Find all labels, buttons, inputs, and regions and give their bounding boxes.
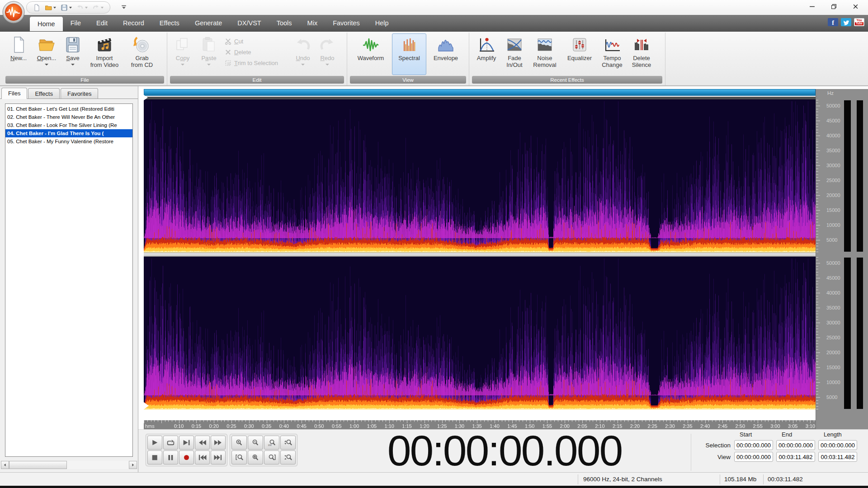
envelope-button[interactable]: Envelope (426, 33, 465, 75)
rewind-button[interactable] (195, 436, 210, 450)
view-end-field[interactable]: 00:03:11.482 (776, 452, 815, 462)
view-length-field[interactable]: 00:03:11.482 (818, 452, 857, 462)
stop-button[interactable] (147, 450, 162, 465)
youtube-icon[interactable]: YouTube (854, 18, 864, 26)
save-button[interactable]: Save (61, 33, 85, 75)
panel-tab-effects[interactable]: Effects (28, 88, 60, 99)
tab-effects[interactable]: Effects (152, 15, 187, 31)
copy-button[interactable]: Copy (170, 33, 196, 75)
tab-generate[interactable]: Generate (187, 15, 230, 31)
playhead-marker-bottom-icon[interactable] (144, 402, 149, 409)
zoom-vertical-in-button[interactable] (280, 436, 296, 450)
scale-tick (816, 281, 818, 282)
small-button-stack: CutDeleteTrim to Selection (222, 33, 291, 66)
ribbon-group-file: New...Open...SaveImportfrom VideoGrabfro… (3, 33, 167, 85)
record-button[interactable] (179, 450, 194, 465)
customize-quick-access-icon[interactable] (121, 4, 127, 10)
file-item[interactable]: 03. Chet Baker - Look For The Silver Lin… (5, 121, 132, 129)
noise-removal-button[interactable]: NoiseRemoval (528, 33, 562, 75)
pause-button[interactable] (163, 450, 178, 465)
zoom-out-button[interactable] (248, 436, 263, 450)
zoom-100-button[interactable]: 100 (264, 436, 279, 450)
new-quick-button[interactable] (33, 4, 40, 11)
spectrogram-channel-2[interactable] (144, 257, 816, 410)
undo-quick-button[interactable] (76, 4, 88, 11)
selection-length-field[interactable]: 00:00:00.000 (818, 440, 857, 450)
tab-tools[interactable]: Tools (269, 15, 300, 31)
playhead-marker-top-icon[interactable] (144, 95, 148, 100)
delete-button[interactable]: Delete (225, 49, 288, 56)
facebook-icon[interactable]: f (828, 18, 838, 26)
scrollbar-track[interactable] (67, 461, 129, 469)
zoom-in-button[interactable] (231, 436, 247, 450)
file-item[interactable]: 01. Chet Baker - Let's Get Lost (Restore… (5, 105, 132, 113)
open-quick-button[interactable] (45, 4, 56, 11)
waveform-button[interactable]: Waveform (349, 33, 392, 75)
scale-tick (816, 112, 818, 112)
selection-start-field[interactable]: 00:00:00.000 (734, 440, 773, 450)
play-button[interactable] (147, 436, 162, 450)
app-logo-icon[interactable] (2, 1, 25, 23)
button-label: NoiseRemoval (533, 55, 556, 68)
redo-button[interactable]: Redo (315, 33, 340, 75)
paste-button[interactable]: Paste (196, 33, 222, 75)
scale-tick (816, 171, 818, 172)
scroll-left-button[interactable] (1, 461, 9, 469)
tab-mix[interactable]: Mix (300, 15, 326, 31)
amplify-button[interactable]: Amplify (472, 33, 501, 75)
redo-quick-button[interactable] (92, 4, 104, 11)
open-button[interactable]: Open... (32, 33, 61, 75)
zoom-selection-start-button[interactable] (231, 450, 247, 465)
file-list[interactable]: 01. Chet Baker - Let's Get Lost (Restore… (5, 103, 133, 457)
fast-forward-button[interactable] (211, 436, 226, 450)
grab-from-cd-button[interactable]: Grabfrom CD (124, 33, 160, 75)
scale-tick (816, 257, 818, 258)
selection-end-field[interactable]: 00:00:00.000 (776, 440, 815, 450)
file-item[interactable]: 04. Chet Baker - I'm Glad There Is You ( (5, 129, 132, 137)
scale-tick (816, 169, 818, 169)
fade-in-out-button[interactable]: FadeIn/Out (501, 33, 528, 75)
tab-favorites[interactable]: Favorites (325, 15, 368, 31)
scrollbar-thumb[interactable] (9, 461, 67, 469)
view-start-field[interactable]: 00:00:00.000 (734, 452, 773, 462)
zoom-selection-button[interactable] (248, 450, 263, 465)
minimize-button[interactable] (801, 0, 823, 14)
loop-button[interactable] (163, 436, 178, 450)
tab-dx-vst[interactable]: DX/VST (230, 15, 269, 31)
file-list-horizontal-scrollbar[interactable] (1, 461, 137, 469)
equalizer-button[interactable]: Equalizer (562, 33, 597, 75)
twitter-icon[interactable] (841, 18, 851, 26)
tab-help[interactable]: Help (368, 15, 396, 31)
mini-new-icon (33, 4, 40, 11)
tab-file[interactable]: File (63, 15, 89, 31)
save-quick-button[interactable] (61, 4, 72, 11)
close-button[interactable] (844, 0, 866, 14)
trim-to-selection-button[interactable]: Trim to Selection (225, 60, 288, 66)
spectral-button[interactable]: Spectral (392, 33, 426, 75)
tab-record[interactable]: Record (115, 15, 152, 31)
file-item[interactable]: 05. Chet Baker - My Funny Valentine (Res… (5, 137, 132, 145)
zoom-vertical-out-button[interactable] (280, 450, 296, 465)
scale-tick (816, 237, 818, 237)
go-to-end-button[interactable] (211, 450, 226, 465)
horizontal-seek-bar[interactable] (144, 89, 816, 96)
spectrogram-channel-1[interactable] (144, 99, 816, 253)
restore-button[interactable] (823, 0, 844, 14)
tempo-change-button[interactable]: TempoChange (597, 33, 627, 75)
panel-tab-files[interactable]: Files (1, 88, 27, 99)
new-button[interactable]: New... (5, 33, 32, 75)
cut-button[interactable]: Cut (225, 38, 288, 45)
go-to-start-button[interactable] (195, 450, 210, 465)
tab-home[interactable]: Home (30, 17, 63, 31)
tab-edit[interactable]: Edit (89, 15, 115, 31)
file-item[interactable]: 02. Chet Baker - There Will Never Be An … (5, 113, 132, 121)
panel-tab-favorites[interactable]: Favorites (61, 88, 98, 99)
import-from-video-button[interactable]: Importfrom Video (85, 33, 124, 75)
delete-silence-button[interactable]: DeleteSilence (627, 33, 656, 75)
play-to-end-button[interactable] (179, 436, 194, 450)
zoom-selection-end-button[interactable] (264, 450, 279, 465)
fade-icon (505, 36, 524, 54)
undo-button[interactable]: Undo (291, 33, 315, 75)
scale-tick (816, 314, 818, 314)
scroll-right-button[interactable] (129, 461, 137, 469)
